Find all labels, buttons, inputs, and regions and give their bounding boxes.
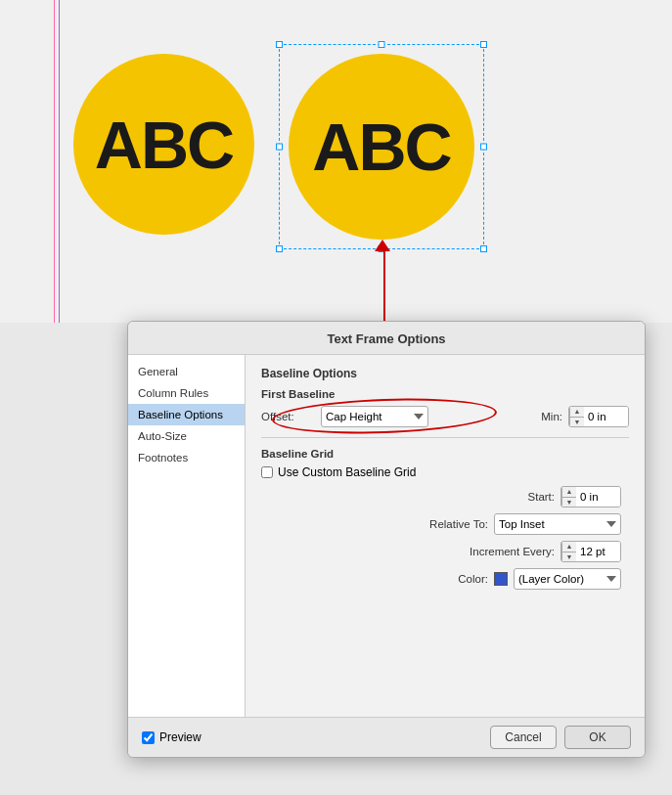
start-spinner-up[interactable]: ▲ [562, 487, 576, 498]
color-label: Color: [400, 573, 488, 585]
section-title: Baseline Options [261, 367, 629, 380]
margin-line-left [54, 0, 55, 323]
color-select[interactable]: (Layer Color) Black Blue Cyan [514, 568, 621, 590]
margin-line-left2 [59, 0, 60, 323]
dialog-footer: Preview Cancel OK [128, 717, 645, 757]
nav-item-footnotes[interactable]: Footnotes [128, 447, 245, 468]
footer-buttons: Cancel OK [490, 726, 631, 749]
increment-input[interactable] [576, 542, 620, 561]
circle-right-container[interactable]: ABC [279, 44, 484, 249]
start-spinner-down[interactable]: ▼ [562, 498, 576, 508]
color-swatch [494, 572, 508, 586]
relative-to-select[interactable]: Top Inset Top of Page Top of Margin [494, 513, 621, 535]
min-input[interactable] [584, 407, 628, 426]
handle-ml[interactable] [276, 144, 283, 151]
cancel-button[interactable]: Cancel [490, 726, 557, 749]
preview-row: Preview [142, 730, 202, 744]
dialog-nav: General Column Rules Baseline Options Au… [128, 355, 246, 717]
nav-item-baseline-options[interactable]: Baseline Options [128, 404, 245, 425]
canvas-area: ABC ABC [0, 0, 672, 323]
circle-right: ABC [289, 54, 474, 240]
min-label: Min: [533, 411, 562, 422]
handle-br[interactable] [480, 245, 487, 252]
relative-to-row: Relative To: Top Inset Top of Page Top o… [261, 513, 629, 535]
circle-left-text: ABC [95, 107, 233, 183]
handle-tr[interactable] [480, 41, 487, 48]
dialog-content: Baseline Options First Baseline Offset: … [246, 355, 645, 717]
use-custom-checkbox[interactable] [261, 466, 273, 478]
nav-item-general[interactable]: General [128, 361, 245, 382]
preview-label: Preview [159, 730, 202, 744]
baseline-grid-section: Baseline Grid Use Custom Baseline Grid S… [261, 437, 629, 590]
min-spinner-down[interactable]: ▼ [570, 418, 584, 427]
increment-spinner-up[interactable]: ▲ [562, 542, 576, 552]
nav-item-auto-size[interactable]: Auto-Size [128, 425, 245, 447]
increment-row: Increment Every: ▲ ▼ [261, 541, 629, 562]
circle-left: ABC [73, 54, 254, 235]
use-custom-label: Use Custom Baseline Grid [278, 465, 416, 479]
min-spinner-buttons[interactable]: ▲ ▼ [569, 407, 584, 426]
start-spinner[interactable]: ▲ ▼ [560, 486, 621, 508]
relative-to-label: Relative To: [400, 518, 488, 530]
start-label: Start: [467, 491, 555, 503]
offset-row: Offset: Cap Height Ascent Leading X Heig… [261, 406, 629, 427]
offset-select[interactable]: Cap Height Ascent Leading X Height Fixed [321, 406, 428, 427]
arrow-line [383, 249, 385, 328]
min-spinner-up[interactable]: ▲ [570, 407, 584, 418]
dialog-body: General Column Rules Baseline Options Au… [128, 355, 645, 717]
handle-bl[interactable] [276, 245, 283, 252]
start-spinner-buttons[interactable]: ▲ ▼ [561, 487, 576, 507]
increment-spinner[interactable]: ▲ ▼ [560, 541, 621, 562]
increment-label: Increment Every: [467, 546, 555, 557]
increment-spinner-buttons[interactable]: ▲ ▼ [561, 542, 576, 561]
start-input[interactable] [576, 487, 620, 507]
start-row: Start: ▲ ▼ [261, 486, 629, 508]
dialog-title: Text Frame Options [128, 322, 645, 355]
offset-label: Offset: [261, 411, 315, 422]
first-baseline-title: First Baseline [261, 388, 629, 400]
preview-checkbox[interactable] [142, 731, 155, 744]
nav-item-column-rules[interactable]: Column Rules [128, 382, 245, 404]
handle-tl[interactable] [276, 41, 283, 48]
arrow-head [375, 240, 390, 251]
color-row: Color: (Layer Color) Black Blue Cyan [261, 568, 629, 590]
increment-spinner-down[interactable]: ▼ [562, 552, 576, 562]
ok-button[interactable]: OK [564, 726, 631, 749]
min-spinner[interactable]: ▲ ▼ [568, 406, 629, 427]
handle-tc[interactable] [379, 41, 385, 48]
circle-right-text: ABC [312, 109, 450, 185]
handle-mr[interactable] [480, 144, 487, 151]
use-custom-row: Use Custom Baseline Grid [261, 465, 629, 479]
baseline-grid-title: Baseline Grid [261, 448, 629, 460]
text-frame-options-dialog: Text Frame Options General Column Rules … [127, 321, 646, 758]
